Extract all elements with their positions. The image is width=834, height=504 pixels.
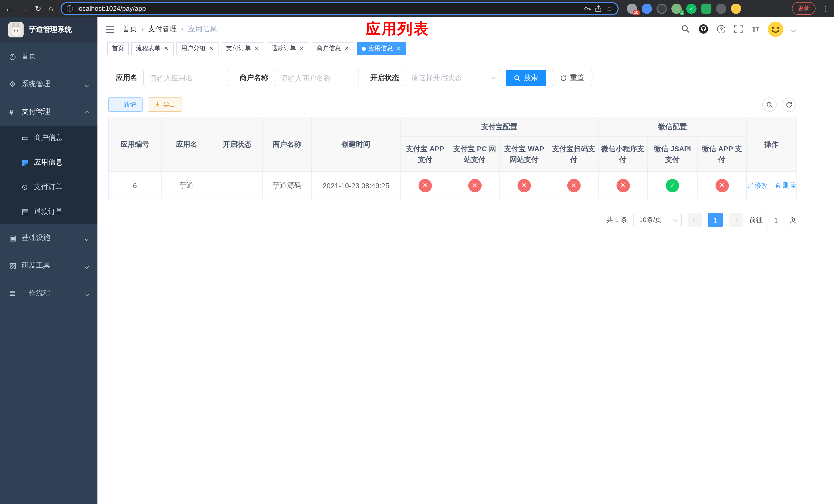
- extension-icon[interactable]: [641, 3, 652, 14]
- extension-icon[interactable]: [656, 3, 666, 14]
- user-avatar[interactable]: [768, 21, 783, 37]
- extension-check-icon[interactable]: ✓: [686, 3, 696, 14]
- sidebar-submenu-pay: ▭ 商户信息 ▦ 应用信息 ⊙ 支付订单 ▤ 退款订单: [0, 125, 97, 224]
- screen: ← → ↻ ⌂ ⓘ localhost:1024/pay/app ☆ 10 1 …: [0, 0, 834, 504]
- gear-icon: ⚙: [9, 79, 22, 89]
- sidebar: 芋道管理系统 ◷ 首页 ⚙ 系统管理 ¥ 支付管理: [0, 17, 97, 504]
- add-button[interactable]: ＋ 新增: [108, 97, 142, 112]
- tab-home[interactable]: 首页: [107, 42, 129, 55]
- status-fail-icon: ✕: [616, 179, 630, 192]
- app-logo-header[interactable]: 芋道管理系统: [0, 17, 97, 43]
- sidebar-item-home[interactable]: ◷ 首页: [0, 43, 97, 70]
- sidebar-item-app-info[interactable]: ▦ 应用信息: [0, 150, 97, 175]
- font-size-icon[interactable]: TT: [752, 25, 759, 33]
- sidebar-collapse-icon[interactable]: [105, 25, 114, 33]
- browser-update-button[interactable]: 更新: [792, 2, 815, 15]
- reload-icon[interactable]: ↻: [35, 5, 41, 12]
- refresh-table-button[interactable]: [782, 97, 796, 112]
- share-icon[interactable]: [595, 5, 602, 12]
- plus-icon: ＋: [115, 100, 121, 109]
- status-fail-icon: ✕: [419, 179, 432, 192]
- prev-page-button[interactable]: [688, 213, 702, 227]
- site-info-icon[interactable]: ⓘ: [66, 4, 73, 13]
- workflow-icon: ≣: [9, 289, 22, 298]
- bookmark-star-icon[interactable]: ☆: [606, 4, 612, 13]
- main-panel: 首页 / 支付管理 / 应用信息 应用列表 ?: [97, 17, 834, 504]
- chevron-down-icon: [85, 261, 88, 270]
- breadcrumb-separator: /: [181, 25, 184, 33]
- delete-link[interactable]: 删除: [775, 181, 796, 190]
- table-tools: [762, 97, 796, 112]
- toggle-search-button[interactable]: [762, 97, 776, 112]
- grid-icon: ▦: [22, 158, 34, 167]
- sidebar-item-system[interactable]: ⚙ 系统管理: [0, 70, 97, 98]
- avatar-caret-icon[interactable]: [792, 24, 795, 33]
- status-fail-icon: ✕: [715, 179, 729, 192]
- home-icon[interactable]: ⌂: [48, 5, 53, 12]
- extension-face-icon[interactable]: [731, 3, 741, 14]
- export-button[interactable]: 导出: [148, 97, 182, 112]
- tab-merchant-info[interactable]: 商户信息 ✕: [312, 42, 354, 55]
- sidebar-menu: ◷ 首页 ⚙ 系统管理 ¥ 支付管理 ▭ 商户信息: [0, 43, 97, 307]
- password-key-icon[interactable]: [584, 5, 591, 12]
- goto-page-input[interactable]: [767, 213, 785, 227]
- sidebar-item-pay[interactable]: ¥ 支付管理: [0, 98, 97, 125]
- back-icon[interactable]: ←: [5, 5, 13, 12]
- extension-icon[interactable]: [701, 3, 711, 14]
- github-icon[interactable]: [699, 24, 708, 34]
- filter-form: 应用名 商户名称 开启状态 请选择开启状态 搜索 重置: [116, 70, 834, 86]
- tab-user-group[interactable]: 用户分组 ✕: [176, 42, 219, 55]
- sidebar-item-label: 支付订单: [34, 183, 63, 192]
- browser-menu-icon[interactable]: ⋮: [822, 4, 829, 13]
- col-alipay-scan: 支付宝扫码支付: [549, 137, 598, 171]
- search-button[interactable]: 搜索: [506, 70, 546, 86]
- page-number-1[interactable]: 1: [708, 213, 723, 227]
- dashboard-icon: ◷: [9, 52, 22, 61]
- extensions-area: 10 1 ✓: [627, 3, 741, 14]
- extension-icon[interactable]: [716, 3, 726, 14]
- tab-close-icon[interactable]: ✕: [299, 45, 305, 51]
- target-icon: ⊙: [22, 183, 34, 192]
- tab-close-icon[interactable]: ✕: [395, 45, 402, 51]
- sidebar-item-refund-order[interactable]: ▤ 退款订单: [0, 200, 97, 224]
- tab-label: 退款订单: [271, 44, 296, 53]
- tab-pay-order[interactable]: 支付订单 ✕: [222, 42, 264, 55]
- breadcrumb-pay[interactable]: 支付管理: [148, 24, 177, 33]
- sidebar-item-infra[interactable]: ▣ 基础设施: [0, 224, 97, 252]
- tab-label: 支付订单: [226, 44, 251, 53]
- next-page-button[interactable]: [729, 213, 743, 227]
- tab-close-icon[interactable]: ✕: [344, 45, 350, 51]
- edit-link[interactable]: 修改: [747, 181, 768, 190]
- tab-app-info[interactable]: 应用信息 ✕: [357, 42, 406, 55]
- col-group-wechat: 微信配置: [598, 117, 747, 137]
- tab-close-icon[interactable]: ✕: [254, 45, 260, 51]
- table-toolbar: ＋ 新增 导出: [108, 97, 796, 112]
- merchant-name-input[interactable]: [274, 70, 359, 86]
- reset-button[interactable]: 重置: [552, 70, 592, 86]
- tab-close-icon[interactable]: ✕: [208, 45, 214, 51]
- extension-puzzle-icon[interactable]: 10: [627, 3, 637, 14]
- status-select[interactable]: 请选择开启状态: [405, 70, 501, 86]
- sidebar-item-merchant-info[interactable]: ▭ 商户信息: [0, 125, 97, 150]
- breadcrumb-home[interactable]: 首页: [123, 24, 137, 33]
- tab-label: 首页: [112, 44, 124, 53]
- fullscreen-icon[interactable]: [734, 25, 743, 33]
- forward-icon[interactable]: →: [20, 5, 28, 12]
- tab-process-form[interactable]: 流程表单 ✕: [131, 42, 174, 55]
- sidebar-item-devtools[interactable]: ▨ 研发工具: [0, 252, 97, 279]
- col-alipay-wap: 支付宝 WAP 网站支付: [499, 137, 549, 171]
- tab-close-icon[interactable]: ✕: [163, 45, 169, 51]
- sidebar-item-label: 应用信息: [34, 158, 63, 167]
- page-title: 应用列表: [366, 19, 429, 39]
- tab-refund-order[interactable]: 退款订单 ✕: [267, 42, 309, 55]
- sidebar-item-pay-order[interactable]: ⊙ 支付订单: [0, 175, 97, 200]
- tab-label: 商户信息: [316, 44, 341, 53]
- search-icon[interactable]: [681, 25, 690, 33]
- address-bar[interactable]: ⓘ localhost:1024/pay/app ☆: [60, 2, 618, 15]
- page-size-select[interactable]: 10条/页: [633, 213, 682, 227]
- help-icon[interactable]: ?: [717, 25, 725, 33]
- extension-icon[interactable]: 1: [671, 3, 681, 14]
- app-name-input[interactable]: [143, 70, 228, 86]
- cell-actions: 修改 删除: [747, 171, 796, 199]
- sidebar-item-workflow[interactable]: ≣ 工作流程: [0, 279, 97, 307]
